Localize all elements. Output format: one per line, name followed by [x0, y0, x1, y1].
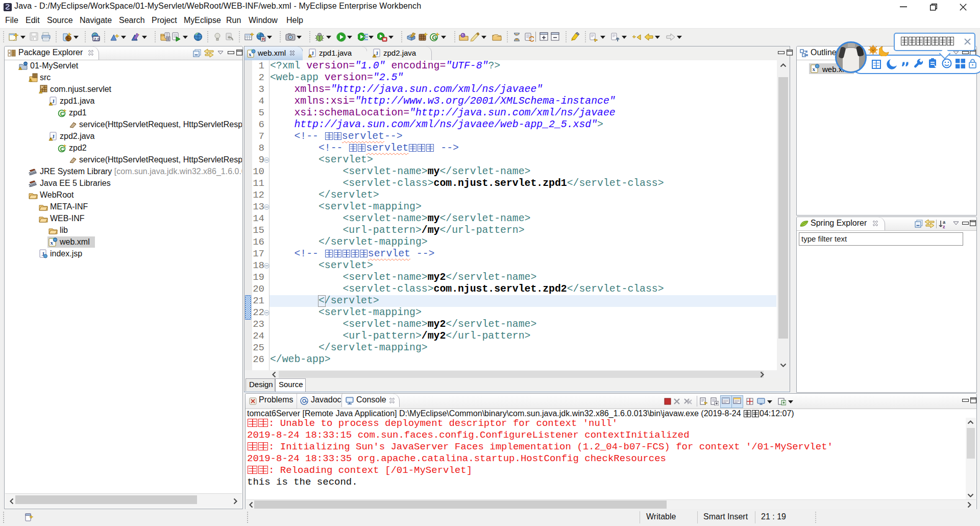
svg-text:C: C — [60, 111, 64, 117]
svg-text:x: x — [51, 240, 54, 246]
svg-text:J: J — [52, 98, 55, 104]
svg-text:x: x — [813, 66, 816, 72]
svg-text:J: J — [52, 133, 55, 139]
svg-text:C: C — [60, 146, 64, 152]
svg-text:2.0: 2.0 — [94, 37, 100, 41]
svg-text:G: G — [432, 34, 437, 41]
svg-text:R: R — [262, 37, 265, 42]
svg-text:J: J — [376, 50, 379, 56]
svg-text:z: z — [943, 224, 945, 229]
svg-text:x: x — [249, 51, 252, 57]
svg-text:J: J — [311, 50, 314, 56]
